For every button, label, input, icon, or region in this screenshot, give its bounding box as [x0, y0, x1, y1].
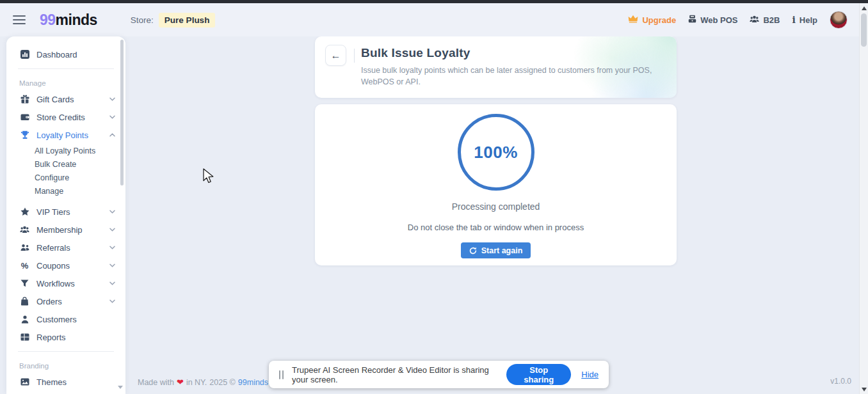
page-subtitle: Issue bulk loyalty points which can be l… — [361, 65, 652, 88]
sidebar-item-coupons[interactable]: % Coupons — [6, 256, 125, 274]
sidebar-item-customers[interactable]: Customers — [6, 310, 125, 328]
sidebar-item-label: Store Credits — [36, 113, 85, 122]
sidebar-item-label: Coupons — [36, 261, 70, 271]
help-label: Help — [800, 15, 817, 25]
chevron-down-icon — [109, 264, 115, 267]
members-group-icon — [19, 226, 30, 233]
store-label: Store: — [131, 15, 154, 25]
chevron-up-icon — [109, 133, 115, 137]
app-version: v1.0.0 — [830, 377, 851, 386]
chevron-down-icon — [109, 210, 115, 214]
sidebar-item-referrals[interactable]: Referrals — [6, 239, 125, 256]
drag-handle-icon[interactable] — [279, 370, 284, 379]
percent-icon: % — [19, 261, 30, 271]
sidebar-subitem-bulk-create[interactable]: Bulk Create — [6, 157, 125, 171]
sidebar-scroll-down-icon[interactable] — [118, 386, 123, 389]
upgrade-label: Upgrade — [642, 15, 676, 25]
progress-warning: Do not close the tab or window when in p… — [408, 223, 584, 232]
funnel-icon — [19, 280, 30, 288]
scroll-down-icon[interactable] — [862, 388, 867, 391]
sidebar-item-themes[interactable]: Themes — [6, 373, 125, 391]
two-people-icon — [19, 244, 30, 251]
sidebar-item-label: VIP Tiers — [36, 207, 70, 217]
start-again-button[interactable]: Start again — [461, 242, 531, 258]
footer-note: Made with ❤ in NY. 2025 © 99minds Inc — [138, 377, 281, 387]
b2b-label: B2B — [763, 15, 780, 25]
web-pos-label: Web POS — [700, 15, 737, 25]
wallet-icon — [19, 113, 30, 122]
person-icon — [19, 315, 30, 324]
sidebar-item-label: Loyalty Points — [36, 130, 88, 140]
sidebar-subitem-all-loyalty-points[interactable]: All Loyalty Points — [6, 144, 125, 157]
progress-card: 100% Processing completed Do not close t… — [315, 104, 677, 265]
sidebar-item-store-credits[interactable]: Store Credits — [6, 108, 125, 126]
sidebar-item-label: Gift Cards — [36, 95, 74, 104]
help-button[interactable]: i Help — [792, 15, 818, 25]
sidebar-item-label: Membership — [36, 225, 83, 235]
footer-year: 2025 © — [209, 378, 236, 387]
share-message: Trupeer AI Screen Recorder & Video Edito… — [292, 365, 499, 384]
stop-sharing-button[interactable]: Stop sharing — [506, 364, 571, 385]
web-pos-button[interactable]: Web POS — [688, 15, 737, 25]
people-group-icon — [750, 15, 759, 25]
sidebar-divider — [18, 68, 114, 69]
scrollbar-thumb[interactable] — [861, 13, 867, 47]
sidebar-item-vip-tiers[interactable]: VIP Tiers — [6, 203, 125, 221]
window-top-strip — [0, 0, 868, 3]
mouse-cursor — [202, 168, 214, 187]
gift-icon — [19, 95, 30, 104]
footer-location: in NY. — [186, 378, 207, 387]
chevron-down-icon — [109, 299, 115, 303]
sidebar-item-label: Workflows — [36, 279, 75, 288]
sidebar-item-workflows[interactable]: Workflows — [6, 274, 125, 292]
shopping-bag-icon — [19, 297, 30, 306]
info-icon: i — [792, 15, 796, 25]
scroll-up-icon[interactable] — [862, 6, 867, 10]
sidebar-item-label: Reports — [36, 333, 66, 342]
progress-percent: 100% — [474, 143, 518, 162]
user-avatar[interactable] — [830, 11, 848, 29]
start-again-label: Start again — [481, 246, 523, 255]
sidebar-scrollbar-thumb[interactable] — [120, 40, 124, 185]
table-grid-icon — [19, 333, 30, 341]
b2b-button[interactable]: B2B — [750, 15, 780, 25]
sidebar-item-gift-cards[interactable]: Gift Cards — [6, 90, 125, 108]
sidebar-item-label: Dashboard — [36, 50, 77, 59]
screen-share-bar: Trupeer AI Screen Recorder & Video Edito… — [269, 361, 609, 388]
chevron-down-icon — [109, 281, 115, 285]
sidebar-item-emails[interactable]: Emails — [6, 391, 125, 394]
progress-ring: 100% — [458, 114, 534, 191]
page-title: Bulk Issue Loyalty — [361, 46, 652, 60]
sidebar-item-orders[interactable]: Orders — [6, 292, 125, 310]
heart-icon: ❤ — [177, 377, 184, 387]
sidebar-item-membership[interactable]: Membership — [6, 221, 125, 239]
logo-99: 99 — [40, 12, 56, 28]
sidebar-subitem-configure[interactable]: Configure — [6, 171, 125, 184]
logo-minds: minds — [56, 12, 97, 28]
store-name-badge[interactable]: Pure Plush — [159, 13, 216, 28]
browser-scrollbar[interactable] — [859, 3, 868, 394]
chevron-down-icon — [109, 97, 115, 101]
sidebar-section-manage: Manage — [6, 74, 125, 90]
title-divider — [354, 49, 355, 63]
chevron-down-icon — [109, 115, 115, 119]
progress-status: Processing completed — [452, 201, 540, 212]
sidebar-item-reports[interactable]: Reports — [6, 328, 125, 346]
sidebar-item-label: Orders — [36, 297, 62, 306]
sidebar-item-dashboard[interactable]: Dashboard — [6, 45, 125, 63]
hide-link[interactable]: Hide — [581, 370, 599, 379]
crown-icon — [628, 15, 638, 25]
trophy-icon — [19, 130, 30, 139]
pos-terminal-icon — [688, 15, 696, 25]
brand-logo[interactable]: 99minds — [40, 12, 97, 29]
sidebar-item-label: Referrals — [36, 243, 70, 253]
bulk-issue-header-card: ← Bulk Issue Loyalty Issue bulk loyalty … — [315, 36, 677, 98]
sidebar-item-loyalty-points[interactable]: Loyalty Points — [6, 126, 125, 144]
sidebar-section-branding: Branding — [6, 357, 125, 373]
hamburger-menu-icon[interactable] — [13, 15, 26, 24]
sidebar-subitem-manage[interactable]: Manage — [6, 184, 125, 198]
star-icon — [19, 207, 30, 216]
top-header: 99minds Store: Pure Plush Upgrade Web PO… — [0, 3, 859, 36]
upgrade-button[interactable]: Upgrade — [628, 15, 676, 25]
back-button[interactable]: ← — [325, 45, 346, 66]
